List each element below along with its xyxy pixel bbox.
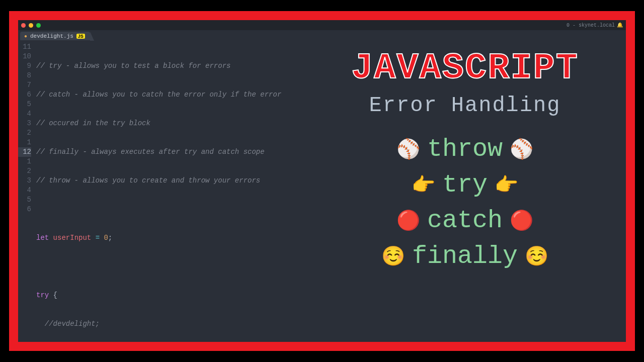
line-number: 3	[18, 119, 31, 128]
line-gutter: 11 10 9 8 7 6 5 4 3 2 1 12 1 2 3 4 5 6	[18, 42, 36, 342]
maximize-icon[interactable]	[36, 23, 41, 28]
traffic-lights	[21, 23, 41, 28]
line-number: 9	[18, 61, 31, 71]
comment: //devdelight;	[36, 320, 100, 328]
line-number: 10	[18, 52, 31, 61]
line-number: 3	[18, 176, 31, 186]
line-number: 1	[18, 138, 31, 147]
modified-marker-icon: ●	[24, 34, 27, 39]
code-content[interactable]: // try - allows you to test a block for …	[36, 42, 626, 342]
comment: // throw - allows you to create and thro…	[36, 176, 260, 185]
js-badge-icon: JS	[76, 34, 85, 39]
code-area[interactable]: 11 10 9 8 7 6 5 4 3 2 1 12 1 2 3 4 5 6 /…	[18, 40, 626, 342]
line-number-current: 12	[18, 147, 31, 157]
line-number: 6	[18, 90, 31, 100]
comment: // try - allows you to test a block for …	[36, 62, 230, 70]
line-number: 4	[18, 186, 31, 195]
code-line: let userInput = 0;	[36, 233, 626, 243]
comment: // finally - always executes after try a…	[36, 148, 265, 156]
file-tab[interactable]: ● devdelight.js JS	[20, 32, 90, 40]
bell-icon[interactable]: 🔔	[617, 22, 623, 28]
line-number: 11	[18, 42, 31, 52]
blank-line	[36, 205, 626, 214]
line-number: 1	[18, 157, 31, 166]
line-number: 4	[18, 109, 31, 119]
status-right: 0 - skynet.local 🔔	[567, 22, 623, 28]
comment: // occured in the try block	[36, 119, 150, 127]
minimize-icon[interactable]	[29, 23, 33, 28]
comment: // catch - allows you to catch the error…	[36, 90, 281, 99]
line-number: 7	[18, 80, 31, 90]
status-text: 0 - skynet.local	[567, 23, 615, 28]
close-icon[interactable]	[21, 23, 26, 28]
editor-window: 0 - skynet.local 🔔 ● devdelight.js JS 11…	[18, 20, 626, 342]
titlebar: 0 - skynet.local 🔔	[18, 20, 626, 30]
tab-filename: devdelight.js	[30, 33, 73, 39]
line-number: 5	[18, 195, 31, 205]
line-number: 8	[18, 71, 31, 80]
blank-line	[36, 262, 626, 272]
line-number: 6	[18, 205, 31, 214]
line-number: 2	[18, 128, 31, 138]
code-line: try {	[36, 291, 626, 300]
line-number: 5	[18, 100, 31, 109]
red-frame: 0 - skynet.local 🔔 ● devdelight.js JS 11…	[9, 11, 635, 351]
line-number: 2	[18, 166, 31, 176]
tab-row: ● devdelight.js JS	[18, 30, 626, 40]
